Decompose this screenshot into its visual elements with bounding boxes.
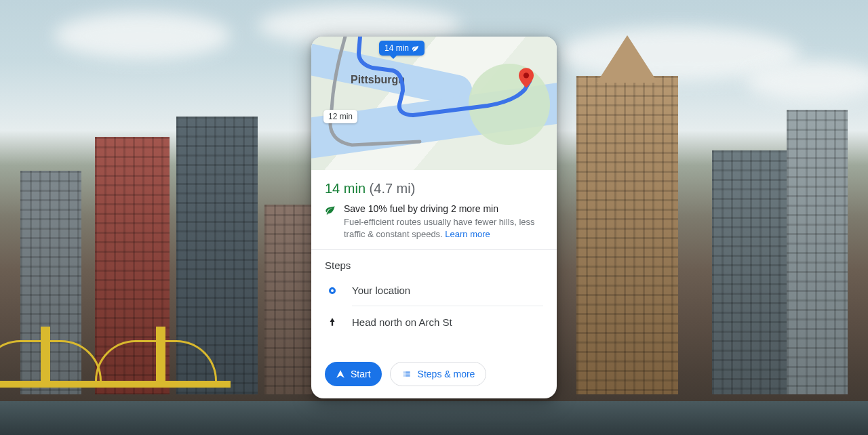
step-label: Head north on Arch St — [352, 316, 452, 328]
step-label: Your location — [352, 285, 410, 296]
origin-dot-icon — [329, 287, 336, 294]
main-route-badge[interactable]: 14 min — [379, 41, 425, 56]
leaf-icon — [325, 203, 336, 240]
eco-route-info: Save 10% fuel by driving 2 more min Fuel… — [325, 203, 543, 240]
main-route-line — [311, 37, 557, 170]
steps-more-button[interactable]: Steps & more — [390, 362, 487, 386]
destination-pin-icon — [519, 68, 534, 88]
eco-title: Save 10% fuel by driving 2 more min — [344, 203, 543, 214]
building-deco — [576, 76, 678, 394]
start-button[interactable]: Start — [325, 362, 382, 386]
water-deco — [0, 401, 868, 435]
alt-route-badge[interactable]: 12 min — [323, 110, 357, 123]
steps-more-button-label: Steps & more — [418, 369, 475, 379]
route-summary: 14 min (4.7 mi) — [325, 181, 543, 196]
start-button-label: Start — [351, 369, 371, 379]
navigate-icon — [336, 369, 345, 379]
building-deco — [597, 35, 658, 83]
list-icon — [401, 369, 412, 379]
divider — [311, 249, 557, 250]
leaf-icon — [412, 45, 419, 52]
building-deco — [787, 110, 848, 394]
card-footer: Start Steps & more — [311, 352, 557, 398]
route-distance: (4.7 mi) — [370, 181, 416, 196]
cloud-deco — [54, 12, 231, 60]
route-duration: 14 min — [325, 181, 366, 196]
bridge-deco — [0, 333, 231, 408]
map-preview[interactable]: Pittsburgh 12 min 14 min — [311, 37, 557, 170]
directions-card: Pittsburgh 12 min 14 min 14 min (4.7 mi)… — [311, 37, 557, 398]
svg-point-0 — [524, 72, 529, 78]
main-route-badge-text: 14 min — [384, 43, 409, 53]
building-deco — [712, 150, 787, 394]
steps-header: Steps — [325, 260, 543, 271]
building-deco — [264, 205, 312, 394]
step-direction[interactable]: Head north on Arch St — [325, 306, 543, 337]
arrow-up-icon — [325, 316, 340, 328]
step-origin[interactable]: Your location — [325, 275, 543, 306]
eco-description: Fuel-efficient routes usually have fewer… — [344, 216, 543, 240]
learn-more-link[interactable]: Learn more — [445, 229, 490, 239]
